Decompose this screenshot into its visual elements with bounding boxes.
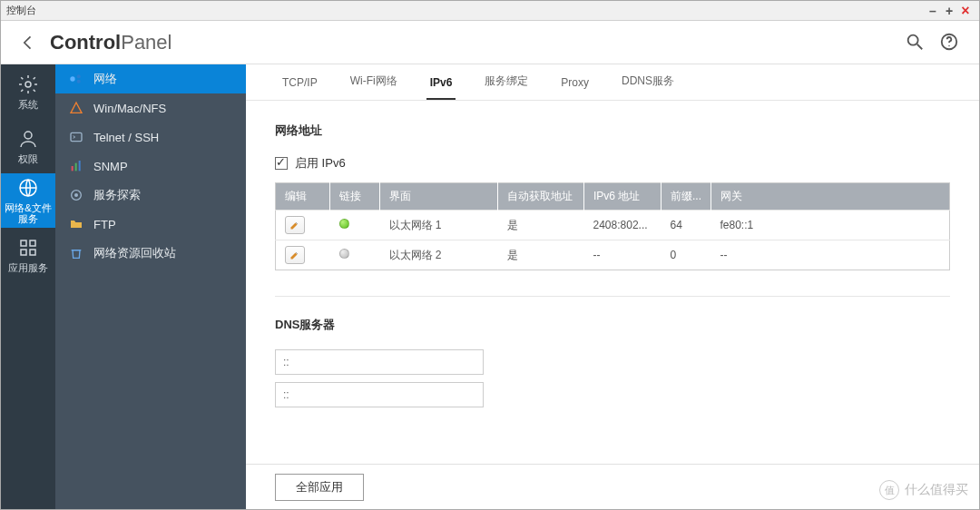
sidebar-item-label: 网络资源回收站 xyxy=(93,245,176,261)
footer-bar: 全部应用 xyxy=(246,464,979,509)
tab-proxy[interactable]: Proxy xyxy=(557,76,593,100)
sidebar-item-recycle[interactable]: 网络资源回收站 xyxy=(55,239,246,268)
tab-ipv6[interactable]: IPv6 xyxy=(426,76,456,100)
svg-point-11 xyxy=(77,74,81,78)
cell-gw: fe80::1 xyxy=(711,211,950,240)
sidebar-item-label: SNMP xyxy=(93,160,128,173)
cell-auto: 是 xyxy=(498,211,584,240)
rail-item-system[interactable]: 系统 xyxy=(1,64,55,119)
app-title: ControlPanel xyxy=(50,31,172,54)
table-row: 以太网络 1 是 2408:802... 64 fe80::1 xyxy=(276,211,950,240)
cell-prefix: 0 xyxy=(662,240,711,270)
col-auto: 自动获取地址 xyxy=(498,183,584,211)
svg-point-18 xyxy=(74,193,78,197)
window-minimize-button[interactable]: – xyxy=(925,4,941,18)
folder-icon xyxy=(68,216,84,232)
section-title-dns: DNS服务器 xyxy=(275,317,950,333)
os-titlebar: 控制台 – + × xyxy=(1,1,979,21)
edit-button[interactable] xyxy=(285,246,305,264)
network-icon xyxy=(68,71,84,87)
status-dot-gray-icon xyxy=(339,249,349,259)
svg-rect-16 xyxy=(79,161,81,171)
sidebar-item-label: FTP xyxy=(93,218,116,231)
svg-point-2 xyxy=(948,44,949,45)
back-button[interactable] xyxy=(19,34,37,52)
checkbox-icon xyxy=(275,157,288,170)
left-rail: 系统 权限 网络&文件服务 应用服务 xyxy=(1,64,55,509)
triangle-icon xyxy=(68,100,84,116)
tab-tcpip[interactable]: TCP/IP xyxy=(279,76,321,100)
table-row: 以太网络 2 是 -- 0 -- xyxy=(276,240,950,270)
sidebar: 网络 Win/Mac/NFS Telnet / SSH SNMP xyxy=(55,64,246,509)
section-divider xyxy=(275,296,950,297)
col-addr: IPv6 地址 xyxy=(584,183,662,211)
edit-button[interactable] xyxy=(285,216,305,234)
cell-addr: -- xyxy=(584,240,662,270)
col-iface: 界面 xyxy=(380,183,498,211)
sidebar-item-label: 服务探索 xyxy=(93,187,141,203)
dns-input-2[interactable] xyxy=(275,382,484,407)
sidebar-item-ftp[interactable]: FTP xyxy=(55,210,246,239)
content-pane[interactable]: 网络地址 启用 IPv6 编辑 链接 界面 自动获取地址 IPv6 地址 前缀.… xyxy=(246,101,979,464)
svg-rect-9 xyxy=(30,250,35,255)
trash-icon xyxy=(68,245,84,261)
svg-rect-13 xyxy=(71,132,82,141)
status-dot-green-icon xyxy=(339,219,349,229)
tab-strip: TCP/IP Wi-Fi网络 IPv6 服务绑定 Proxy DDNS服务 xyxy=(246,64,979,101)
sidebar-item-discovery[interactable]: 服务探索 xyxy=(55,181,246,210)
gear-icon xyxy=(17,74,39,95)
col-edit: 编辑 xyxy=(276,183,330,211)
tab-binding[interactable]: 服务绑定 xyxy=(481,74,532,100)
window-maximize-button[interactable]: + xyxy=(941,4,957,18)
user-icon xyxy=(17,128,39,150)
svg-point-4 xyxy=(24,132,32,139)
svg-rect-14 xyxy=(72,166,74,171)
svg-rect-6 xyxy=(21,240,26,246)
svg-rect-15 xyxy=(75,163,77,172)
terminal-icon xyxy=(68,129,84,145)
svg-point-12 xyxy=(77,80,81,83)
cell-auto: 是 xyxy=(498,240,584,270)
cell-iface: 以太网络 2 xyxy=(380,240,498,270)
cell-iface: 以太网络 1 xyxy=(380,211,498,240)
sidebar-item-label: Telnet / SSH xyxy=(93,131,159,144)
sidebar-item-label: Win/Mac/NFS xyxy=(93,102,166,115)
sidebar-item-label: 网络 xyxy=(93,71,117,87)
app-header: ControlPanel xyxy=(1,21,979,64)
sidebar-item-telnet[interactable]: Telnet / SSH xyxy=(55,123,246,152)
col-link: 链接 xyxy=(330,183,380,211)
bars-icon xyxy=(68,158,84,174)
cell-prefix: 64 xyxy=(662,211,711,240)
svg-rect-8 xyxy=(21,250,26,255)
search-button[interactable] xyxy=(905,32,926,54)
ipv6-table: 编辑 链接 界面 自动获取地址 IPv6 地址 前缀... 网关 xyxy=(275,182,950,270)
sidebar-item-winmacnfs[interactable]: Win/Mac/NFS xyxy=(55,93,246,123)
help-button[interactable] xyxy=(939,32,961,54)
globe-icon xyxy=(17,177,39,199)
rail-item-network[interactable]: 网络&文件服务 xyxy=(1,173,55,228)
rail-item-apps[interactable]: 应用服务 xyxy=(1,228,55,282)
apps-icon xyxy=(17,237,39,259)
sidebar-item-snmp[interactable]: SNMP xyxy=(55,152,246,181)
tab-ddns[interactable]: DDNS服务 xyxy=(618,74,678,100)
svg-point-3 xyxy=(25,82,31,87)
enable-ipv6-checkbox[interactable]: 启用 IPv6 xyxy=(275,155,950,172)
checkbox-label: 启用 IPv6 xyxy=(295,155,346,172)
section-title-network-address: 网络地址 xyxy=(275,123,950,139)
svg-rect-7 xyxy=(30,240,35,246)
apply-all-button[interactable]: 全部应用 xyxy=(275,474,364,501)
cell-gw: -- xyxy=(711,240,950,270)
svg-point-10 xyxy=(70,76,74,81)
radar-icon xyxy=(68,187,84,203)
window-close-button[interactable]: × xyxy=(957,3,974,19)
rail-item-permissions[interactable]: 权限 xyxy=(1,119,55,173)
tab-wifi[interactable]: Wi-Fi网络 xyxy=(347,74,401,100)
dns-input-1[interactable] xyxy=(275,349,484,375)
svg-point-0 xyxy=(908,34,918,44)
col-prefix: 前缀... xyxy=(662,183,711,211)
col-gw: 网关 xyxy=(711,183,950,211)
cell-addr: 2408:802... xyxy=(584,211,662,240)
window-title: 控制台 xyxy=(6,4,925,17)
sidebar-item-network[interactable]: 网络 xyxy=(55,64,246,93)
